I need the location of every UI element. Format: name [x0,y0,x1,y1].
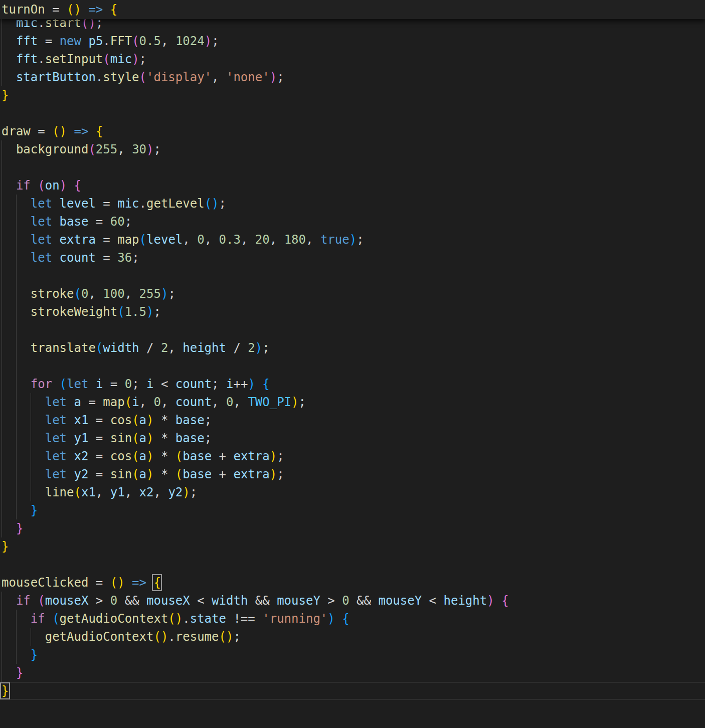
sticky-line[interactable]: turnOn = () => { [0,1,705,19]
code-token: i [96,377,103,391]
code-line[interactable]: translate(width / 2, height / 2); [0,339,705,357]
code-line[interactable]: let x1 = cos(a) * base; [0,411,705,429]
code-token: ( [132,449,139,463]
code-token: / [139,341,161,355]
code-line[interactable]: getAudioContext().resume(); [0,628,705,646]
code-line[interactable]: } [0,537,705,556]
code-token: , [212,70,226,84]
code-line[interactable]: mouseClicked = () => { [0,574,705,592]
code-token: 'none' [226,70,270,84]
code-line[interactable]: for (let i = 0; i < count; i++) { [0,375,705,393]
code-token: 36 [117,251,132,265]
indent-guide [2,303,2,321]
code-token: y1 [110,485,125,499]
code-token: { [74,178,81,193]
indent-guide [2,285,2,303]
code-line[interactable]: let a = map(i, 0, count, 0, TWO_PI); [0,393,705,411]
code-token [2,666,16,680]
code-token: ; [205,431,212,445]
code-line[interactable]: let y2 = sin(a) * (base + extra); [0,465,705,483]
code-token: , [212,395,226,409]
indent-guide [2,32,2,50]
code-token: = [88,413,110,427]
indent-guide [2,501,2,519]
code-token: , [117,142,132,156]
code-token: y2 [168,485,183,499]
indent-guide [16,195,17,213]
code-line[interactable]: let extra = map(level, 0, 0.3, 20, 180, … [0,231,705,249]
code-token: , [161,395,175,409]
code-line[interactable]: } [0,682,705,700]
code-token: ; [139,52,146,66]
indent-guide [16,339,17,357]
code-line[interactable]: let x2 = cos(a) * (base + extra); [0,447,705,465]
code-token: ( [132,413,139,427]
indent-guide [31,628,31,646]
code-editor[interactable]: mic.start(); fft = new p5.FFT(0.5, 1024)… [0,0,705,728]
indent-guide [16,628,17,646]
code-token [146,576,153,590]
code-line[interactable]: fft.setInput(mic); [0,50,705,68]
code-line[interactable]: draw = () => { [0,122,705,140]
code-line[interactable]: background(255, 30); [0,140,705,158]
code-token: , [233,395,248,409]
code-token: ( [60,377,67,391]
code-token: ; [277,467,284,481]
code-line[interactable] [0,267,705,285]
code-area[interactable]: mic.start(); fft = new p5.FFT(0.5, 1024)… [0,0,705,728]
code-line[interactable]: let count = 36; [0,249,705,267]
code-token: ) [146,449,153,463]
code-token: true [320,233,349,247]
code-token: = [96,251,117,265]
indent-guide [2,158,2,176]
code-line[interactable]: let y1 = sin(a) * base; [0,429,705,447]
code-token: } [31,648,38,662]
code-line[interactable]: startButton.style('display', 'none'); [0,68,705,86]
code-token: ) [327,612,334,626]
code-token [2,431,45,445]
code-token [335,612,342,626]
code-token: 0 [226,395,233,409]
code-token: + [212,467,233,481]
code-token: ) [146,413,153,427]
code-token [2,413,45,427]
code-line[interactable]: let base = 60; [0,213,705,231]
code-line[interactable] [0,104,705,122]
code-line[interactable]: if (getAudioContext().state !== 'running… [0,610,705,628]
code-token: height [444,594,487,608]
code-token: mouseX [45,594,89,608]
code-token: base [175,413,205,427]
code-line[interactable]: } [0,664,705,682]
code-line[interactable]: } [0,86,705,104]
code-token: 30 [132,142,146,156]
code-token: height [183,341,226,355]
code-token: y2 [74,467,89,481]
indent-guide [2,68,2,86]
code-token: 0 [342,594,349,608]
code-token: , [96,485,110,499]
code-line[interactable]: let level = mic.getLevel(); [0,195,705,213]
code-line[interactable] [0,556,705,574]
code-line[interactable]: line(x1, y1, x2, y2); [0,483,705,501]
code-line[interactable]: stroke(0, 100, 255); [0,285,705,303]
code-token: ) [60,178,67,193]
code-line[interactable]: } [0,646,705,664]
code-token: let [45,431,67,445]
code-line[interactable]: } [0,519,705,537]
code-token: * [154,431,175,445]
code-token: turnOn [2,3,45,17]
indent-guide [2,357,2,375]
code-line[interactable]: } [0,501,705,519]
code-line[interactable]: if (on) { [0,176,705,195]
code-line[interactable] [0,357,705,375]
code-line[interactable]: strokeWeight(1.5); [0,303,705,321]
code-line[interactable] [0,321,705,339]
code-line[interactable]: if (mouseX > 0 && mouseX < width && mous… [0,592,705,610]
code-line[interactable] [0,158,705,176]
code-token: ( [132,34,139,48]
code-line[interactable]: fft = new p5.FFT(0.5, 1024); [0,32,705,50]
code-token: . [139,197,146,211]
sticky-scroll-header[interactable]: turnOn = () => { [0,0,705,19]
code-token: a [139,467,146,481]
code-token: ( [139,70,146,84]
